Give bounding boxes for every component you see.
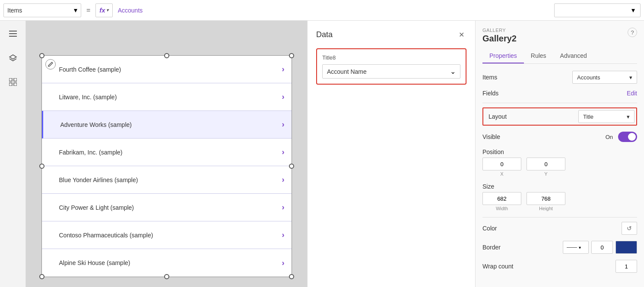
data-panel-header: Data ✕ bbox=[316, 29, 466, 40]
gallery-item-chevron: › bbox=[282, 203, 285, 212]
size-width-input[interactable] bbox=[482, 192, 521, 205]
size-height-group: Height bbox=[527, 192, 565, 211]
position-x-group: X bbox=[482, 158, 521, 177]
layout-prop-dropdown[interactable]: Title ▾ bbox=[578, 110, 634, 123]
handle-top-center[interactable] bbox=[164, 53, 169, 58]
gallery-item[interactable]: Fabrikam, Inc. (sample) › bbox=[42, 139, 292, 166]
gallery-item[interactable]: Blue Yonder Airlines (sample) › bbox=[42, 166, 292, 194]
items-dropdown[interactable]: Items ▾ bbox=[3, 3, 81, 17]
data-field-dropdown[interactable]: Account Name ⌄ bbox=[322, 64, 460, 79]
gallery-item-chevron: › bbox=[282, 259, 285, 268]
help-icon[interactable]: ? bbox=[628, 28, 637, 37]
position-y-input[interactable] bbox=[527, 158, 565, 170]
tab-properties[interactable]: Properties bbox=[482, 49, 524, 63]
formula-bar: Accounts bbox=[116, 3, 551, 17]
tab-row: Properties Rules Advanced bbox=[482, 49, 637, 64]
svg-rect-5 bbox=[9, 83, 12, 86]
handle-mid-left[interactable] bbox=[39, 164, 44, 169]
gallery-item-selected[interactable]: Adventure Works (sample) › bbox=[42, 111, 292, 139]
border-width-input[interactable] bbox=[591, 241, 613, 254]
data-panel-close-button[interactable]: ✕ bbox=[456, 29, 466, 40]
gallery-item[interactable]: Contoso Pharmaceuticals (sample) › bbox=[42, 221, 292, 249]
layers-icon[interactable] bbox=[5, 50, 21, 66]
fields-prop-row: Fields Edit bbox=[482, 90, 637, 97]
gallery-section-label: GALLERY bbox=[482, 28, 637, 33]
border-style-chevron: ▾ bbox=[579, 245, 581, 250]
sidebar bbox=[0, 21, 26, 287]
border-color-swatch[interactable] bbox=[615, 241, 637, 254]
border-inputs: —— ▾ bbox=[563, 241, 637, 254]
gallery-item[interactable]: Alpine Ski House (sample) › bbox=[42, 249, 292, 277]
visible-prop-row: Visible On bbox=[482, 132, 637, 142]
visible-prop-label: Visible bbox=[482, 133, 517, 140]
color-swatch-button[interactable]: ↺ bbox=[622, 222, 637, 235]
position-x-label: X bbox=[500, 171, 503, 177]
edit-icon[interactable] bbox=[45, 59, 56, 69]
gallery-item-chevron: › bbox=[282, 175, 285, 184]
properties-panel: ? GALLERY Gallery2 Properties Rules Adva… bbox=[476, 21, 644, 287]
handle-top-right[interactable] bbox=[289, 53, 294, 58]
gallery-item[interactable]: Litware, Inc. (sample) › bbox=[42, 83, 292, 111]
svg-rect-2 bbox=[9, 36, 17, 37]
data-field-label: Title8 bbox=[322, 54, 460, 61]
gallery-item[interactable]: City Power & Light (sample) › bbox=[42, 194, 292, 221]
help-icon-label: ? bbox=[631, 29, 634, 36]
fx-chevron: ▾ bbox=[106, 7, 109, 13]
visible-toggle[interactable] bbox=[618, 132, 637, 142]
position-prop-label: Position bbox=[482, 148, 504, 155]
gallery-item-chevron: › bbox=[282, 92, 285, 101]
data-panel-title: Data bbox=[316, 30, 333, 39]
grid-icon[interactable] bbox=[5, 74, 21, 90]
on-label: On bbox=[606, 134, 613, 140]
size-width-label: Width bbox=[496, 206, 508, 211]
top-bar-right-dropdown[interactable]: ▾ bbox=[554, 3, 641, 17]
handle-bot-right[interactable] bbox=[289, 274, 294, 279]
items-prop-dropdown[interactable]: Accounts ▾ bbox=[572, 71, 637, 84]
layout-prop-chevron: ▾ bbox=[627, 114, 630, 120]
gallery-item-name: Contoso Pharmaceuticals (sample) bbox=[59, 232, 153, 239]
color-prop-row: Color ↺ bbox=[482, 222, 637, 235]
position-y-label: Y bbox=[544, 171, 547, 177]
fields-prop-label: Fields bbox=[482, 90, 517, 97]
canvas-area[interactable]: Fourth Coffee (sample) › Litware, Inc. (… bbox=[26, 21, 307, 287]
position-prop-row: Position X Y bbox=[482, 148, 637, 177]
handle-bot-center[interactable] bbox=[164, 274, 169, 279]
color-swatch-icon: ↺ bbox=[627, 225, 632, 232]
formula-value: Accounts bbox=[118, 7, 143, 14]
wrap-count-input[interactable] bbox=[615, 260, 637, 273]
top-bar-right-chevron: ▾ bbox=[631, 6, 635, 14]
handle-mid-right[interactable] bbox=[289, 164, 294, 169]
tab-rules[interactable]: Rules bbox=[524, 49, 553, 63]
handle-bot-left[interactable] bbox=[39, 274, 44, 279]
handle-top-left[interactable] bbox=[39, 53, 44, 58]
fields-edit-link[interactable]: Edit bbox=[627, 90, 637, 97]
border-prop-label: Border bbox=[482, 244, 517, 251]
items-dropdown-chevron: ▾ bbox=[74, 6, 77, 14]
tab-advanced[interactable]: Advanced bbox=[553, 49, 594, 63]
size-prop-row: Size Width Height bbox=[482, 183, 637, 211]
gallery-item[interactable]: Fourth Coffee (sample) › bbox=[42, 56, 292, 83]
gallery-item-name: Alpine Ski House (sample) bbox=[59, 259, 130, 266]
data-field-chevron: ⌄ bbox=[450, 67, 456, 76]
layout-prop-value: Title bbox=[583, 114, 593, 120]
size-height-label: Height bbox=[539, 206, 553, 211]
gallery-item-name: Fabrikam, Inc. (sample) bbox=[59, 149, 123, 156]
layout-prop-row: Layout Title ▾ bbox=[482, 107, 637, 126]
data-field-dropdown-label: Account Name bbox=[327, 68, 367, 75]
fx-label: fx bbox=[99, 6, 105, 14]
svg-rect-6 bbox=[14, 83, 17, 86]
size-height-input[interactable] bbox=[527, 192, 565, 205]
gallery-item-chevron: › bbox=[282, 120, 285, 129]
border-style-dropdown[interactable]: —— ▾ bbox=[563, 241, 589, 254]
fx-button[interactable]: fx ▾ bbox=[95, 3, 112, 17]
items-prop-label: Items bbox=[482, 74, 517, 81]
layout-prop-label: Layout bbox=[485, 111, 510, 122]
color-prop-label: Color bbox=[482, 225, 517, 232]
close-icon: ✕ bbox=[459, 31, 464, 39]
hamburger-icon[interactable] bbox=[5, 26, 21, 41]
size-inputs: Width Height bbox=[482, 192, 637, 211]
wrap-prop-label: Wrap count bbox=[482, 263, 517, 270]
position-x-input[interactable] bbox=[482, 158, 521, 170]
svg-rect-3 bbox=[9, 78, 12, 81]
gallery-item-name: Fourth Coffee (sample) bbox=[59, 66, 121, 73]
